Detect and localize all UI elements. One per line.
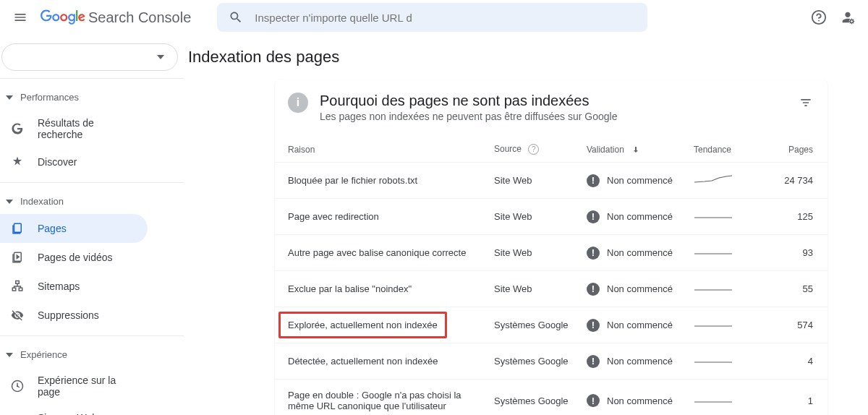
- pages-cell: 55: [759, 283, 813, 294]
- nav-page-experience[interactable]: Expérience sur la page: [0, 367, 148, 405]
- pages-cell: 125: [759, 211, 813, 222]
- trend-cell: [694, 317, 759, 333]
- search-icon: [229, 10, 243, 25]
- nav-label: Suppressions: [38, 309, 99, 321]
- svg-rect-7: [19, 288, 22, 291]
- google-g-icon: [10, 121, 25, 136]
- help-icon[interactable]: [810, 9, 827, 26]
- status-badge-icon: !: [587, 210, 600, 223]
- status-badge-icon: !: [587, 394, 600, 407]
- reason-cell: Explorée, actuellement non indexée: [288, 320, 494, 330]
- trend-cell: [694, 245, 759, 260]
- table-row[interactable]: Bloquée par le fichier robots.txtSite We…: [275, 162, 827, 198]
- svg-rect-5: [16, 281, 20, 284]
- section-experience[interactable]: Expérience: [0, 342, 184, 367]
- product-name: Search Console: [88, 9, 191, 26]
- chevron-down-icon: [6, 353, 13, 357]
- main-content: Indexation des pages i Pourquoi des page…: [184, 35, 868, 415]
- source-cell: Site Web: [494, 283, 587, 294]
- section-indexation[interactable]: Indexation: [0, 189, 184, 214]
- status-badge-icon: !: [587, 319, 600, 332]
- divider: [0, 78, 184, 79]
- reason-cell: Exclue par la balise "noindex": [288, 283, 494, 294]
- nav-pages[interactable]: Pages: [0, 214, 148, 243]
- nav-results[interactable]: Résultats de recherche: [0, 110, 148, 147]
- user-settings-icon[interactable]: [839, 9, 856, 26]
- table-row[interactable]: Page en double : Google n'a pas choisi l…: [275, 379, 827, 415]
- col-reason[interactable]: Raison: [288, 145, 494, 155]
- nav-pages-videos[interactable]: Pages de vidéos: [0, 243, 148, 272]
- source-cell: Site Web: [494, 211, 587, 222]
- nav-sitemaps[interactable]: Sitemaps: [0, 272, 148, 301]
- pages-cell: 1: [759, 395, 813, 406]
- sparkline-icon: [694, 209, 733, 222]
- nav-discover[interactable]: Discover: [0, 147, 148, 176]
- hamburger-menu[interactable]: [12, 9, 29, 26]
- sparkline-icon: [694, 245, 733, 258]
- google-logo: Search Console: [41, 9, 191, 26]
- removals-icon: [10, 308, 25, 322]
- section-performances[interactable]: Performances: [0, 85, 184, 110]
- svg-point-9: [17, 385, 18, 387]
- source-cell: Site Web: [494, 175, 587, 186]
- chevron-down-icon: [6, 200, 13, 204]
- reason-cell: Bloquée par le fichier robots.txt: [288, 175, 494, 186]
- validation-cell: !Non commencé: [587, 355, 694, 368]
- nav-label: Sitemaps: [38, 281, 80, 292]
- sparkline-icon: [694, 317, 733, 330]
- validation-cell: !Non commencé: [587, 174, 694, 187]
- nav-label: Discover: [38, 156, 77, 168]
- source-cell: Site Web: [494, 247, 587, 258]
- filter-button[interactable]: [799, 93, 813, 112]
- pages-cell: 574: [759, 320, 813, 330]
- svg-rect-3: [14, 223, 22, 232]
- section-label: Performances: [20, 92, 79, 103]
- col-trend[interactable]: Tendance: [694, 145, 759, 155]
- pages-cell: 93: [759, 247, 813, 258]
- table-row[interactable]: Explorée, actuellement non indexéeSystèm…: [275, 307, 827, 343]
- help-inline-icon[interactable]: ?: [528, 144, 539, 155]
- validation-cell: !Non commencé: [587, 247, 694, 260]
- table-row[interactable]: Détectée, actuellement non indexéeSystèm…: [275, 343, 827, 379]
- validation-cell: !Non commencé: [587, 283, 694, 296]
- source-cell: Systèmes Google: [494, 395, 587, 406]
- url-inspection-bar[interactable]: [217, 3, 647, 32]
- video-pages-icon: [10, 250, 25, 265]
- dropdown-icon: [157, 55, 164, 59]
- card-title: Pourquoi des pages ne sont pas indexées: [320, 93, 787, 109]
- status-badge-icon: !: [587, 355, 600, 368]
- table-row[interactable]: Page avec redirectionSite Web!Non commen…: [275, 198, 827, 234]
- reason-cell: Page avec redirection: [288, 211, 494, 222]
- source-cell: Systèmes Google: [494, 320, 587, 330]
- pages-icon: [10, 221, 25, 236]
- info-icon: i: [288, 93, 308, 113]
- trend-cell: [694, 209, 759, 224]
- sitemap-icon: [10, 279, 25, 294]
- sparkline-icon: [694, 281, 733, 294]
- sparkline-icon: [694, 354, 733, 367]
- reason-cell: Page en double : Google n'a pas choisi l…: [288, 390, 494, 411]
- nav-suppressions[interactable]: Suppressions: [0, 301, 148, 330]
- source-cell: Systèmes Google: [494, 356, 587, 367]
- nav-core-web-vitals[interactable]: Signaux Web essentiels: [0, 405, 148, 415]
- pages-cell: 24 734: [759, 175, 813, 186]
- reasons-card: i Pourquoi des pages ne sont pas indexée…: [275, 80, 827, 415]
- col-validation[interactable]: Validation: [587, 145, 694, 155]
- discover-icon: [10, 155, 25, 169]
- url-inspection-input[interactable]: [255, 12, 636, 24]
- card-subtitle: Les pages non indexées ne peuvent pas êt…: [320, 111, 787, 122]
- table-row[interactable]: Autre page avec balise canonique correct…: [275, 234, 827, 270]
- sparkline-icon: [694, 393, 733, 406]
- trend-cell: [694, 354, 759, 369]
- page-title: Indexation des pages: [184, 35, 868, 80]
- nav-label: Pages: [38, 223, 67, 234]
- nav-label: Expérience sur la page: [38, 375, 139, 398]
- col-source[interactable]: Source ?: [494, 144, 587, 155]
- table-row[interactable]: Exclue par la balise "noindex"Site Web!N…: [275, 270, 827, 307]
- nav-label: Résultats de recherche: [38, 117, 139, 140]
- section-label: Indexation: [20, 196, 64, 207]
- col-pages[interactable]: Pages: [759, 145, 813, 155]
- nav-label: Signaux Web essentiels: [38, 412, 139, 415]
- property-selector[interactable]: [1, 43, 178, 71]
- validation-cell: !Non commencé: [587, 210, 694, 223]
